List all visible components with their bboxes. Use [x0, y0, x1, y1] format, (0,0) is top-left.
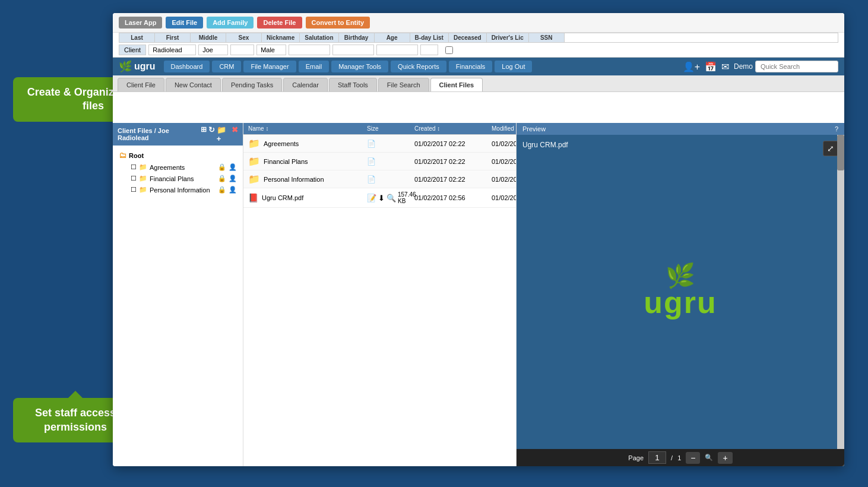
tree-item-personal-info[interactable]: ☐ 📁 Personal Information 🔒 👤: [128, 184, 239, 195]
root-folder-icon: 🗂: [119, 151, 126, 160]
personal-info-doc-icon: 📄: [367, 175, 376, 184]
agreements-folder-icon: 📁: [139, 163, 147, 171]
file-row-financial-plans: 📁 Financial Plans 📄 01/02/2017 02:22 01/…: [243, 153, 516, 170]
file-row-personal-info: 📁 Personal Information 📄 01/02/2017 02:2…: [243, 170, 516, 188]
personal-info-row-folder-icon: 📁: [248, 173, 260, 185]
personal-info-share-icon[interactable]: 👤: [229, 186, 237, 194]
col-middle: Middle: [191, 33, 226, 42]
nav-financials[interactable]: Financials: [449, 61, 493, 72]
tab-calendar[interactable]: Calendar: [283, 78, 328, 91]
col-sex: Sex: [226, 33, 262, 42]
page-number-input[interactable]: [648, 451, 666, 464]
sidebar-icon-refresh[interactable]: ↻: [208, 125, 215, 143]
nav-log-out[interactable]: Log Out: [495, 61, 532, 72]
nav-file-manager[interactable]: File Manager: [243, 61, 296, 72]
agreements-perm-icon[interactable]: 🔒: [218, 163, 226, 171]
financial-plans-checkbox[interactable]: ☐: [131, 175, 137, 182]
preview-question-icon[interactable]: ?: [835, 125, 838, 132]
personal-info-size: 📄: [367, 175, 414, 184]
col-drivers-lic: Driver's Lic: [487, 33, 529, 42]
file-manager-section: Client Files / Joe Radiolead ⊞ ↻ 📁+ ✖ 🗂 …: [113, 123, 844, 466]
zoom-out-button[interactable]: −: [686, 452, 700, 464]
file-row-ugru-pdf: 📕 Ugru CRM.pdf 📝 ⬇ 🔍 157.46 KB 01/02/201…: [243, 188, 516, 208]
personal-info-checkbox[interactable]: ☐: [131, 186, 137, 194]
quick-search-input[interactable]: [755, 61, 838, 72]
file-list-header: Name ↕ Size Created ↕ Modified ↕: [243, 123, 516, 135]
preview-area: Preview ? Ugru CRM.pdf ⤢ 🌿 ugru Page: [517, 123, 844, 466]
pdf-size: 157.46 KB: [398, 191, 416, 204]
personal-info-row-name: Personal Information: [264, 176, 324, 183]
age-input[interactable]: [420, 45, 438, 55]
tree-item-agreements[interactable]: ☐ 📁 Agreements 🔒 👤: [128, 162, 239, 173]
personal-info-perm-icon[interactable]: 🔒: [218, 186, 226, 194]
tab-client-files[interactable]: Client Files: [430, 78, 483, 91]
sidebar-toolbar-icons: ⊞ ↻ 📁+ ✖: [201, 125, 238, 143]
sidebar-icon-delete[interactable]: ✖: [232, 125, 238, 143]
search-icon[interactable]: 🔍: [705, 454, 713, 461]
email-icon[interactable]: ✉: [721, 61, 729, 72]
tree-item-financial-plans[interactable]: ☐ 📁 Financial Plans 🔒 👤: [128, 173, 239, 184]
nav-email[interactable]: Email: [299, 61, 330, 72]
zoom-in-button[interactable]: +: [718, 452, 732, 464]
col-bday-list: B-day List: [410, 33, 449, 42]
preview-scrollbar[interactable]: [837, 135, 844, 449]
tree-item-root[interactable]: 🗂 Root: [116, 149, 239, 162]
tab-staff-tools[interactable]: Staff Tools: [329, 78, 377, 91]
logo-area: 🌿 ugru: [119, 60, 156, 73]
pdf-name-cell: 📕 Ugru CRM.pdf: [248, 193, 367, 203]
agreements-checkbox[interactable]: ☐: [131, 163, 137, 171]
first-name-input[interactable]: [198, 45, 228, 55]
delete-file-button[interactable]: Delete File: [257, 17, 302, 29]
pdf-edit-icon[interactable]: 📝: [367, 194, 376, 203]
tab-new-contact[interactable]: New Contact: [166, 78, 221, 91]
salutation-input[interactable]: [332, 45, 374, 55]
financial-plans-perm-icon[interactable]: 🔒: [218, 175, 226, 182]
nav-dashboard[interactable]: Dashboard: [164, 61, 210, 72]
convert-to-entity-button[interactable]: Convert to Entity: [306, 17, 370, 29]
add-person-icon[interactable]: 👤+: [683, 61, 700, 72]
nav-manager-tools[interactable]: Manager Tools: [331, 61, 388, 72]
top-toolbar: Laser App Edit File Add Family Delete Fi…: [113, 13, 844, 33]
pdf-actions-cell: 📝 ⬇ 🔍 157.46 KB: [367, 191, 414, 204]
sex-input[interactable]: [256, 45, 286, 55]
sidebar-icon-folder-add[interactable]: 📁+: [217, 125, 230, 143]
agreements-doc-icon: 📄: [367, 140, 376, 148]
logo-leaf-icon: 🌿: [119, 60, 132, 73]
pdf-modified: 01/02/2017 02:56: [492, 194, 517, 201]
ugru-logo-preview: 🌿 ugru: [644, 264, 717, 320]
add-family-button[interactable]: Add Family: [207, 17, 254, 29]
col-age: Age: [375, 33, 410, 42]
agreements-share-icon[interactable]: 👤: [229, 163, 237, 171]
bday-list-checkbox[interactable]: [445, 46, 453, 54]
middle-name-input[interactable]: [230, 45, 254, 55]
edit-file-button[interactable]: Edit File: [166, 17, 203, 29]
nickname-input[interactable]: [289, 45, 330, 55]
calendar-icon[interactable]: 📅: [705, 61, 717, 72]
financial-plans-row-folder-icon: 📁: [248, 156, 260, 167]
financial-plans-modified: 01/02/2017 02:22: [492, 158, 517, 165]
preview-expand-button[interactable]: ⤢: [823, 141, 838, 156]
ugru-leaves-icon: 🌿: [666, 264, 695, 287]
financial-plans-share-icon[interactable]: 👤: [229, 175, 237, 182]
agreements-label: Agreements: [150, 164, 185, 171]
tab-file-search[interactable]: File Search: [378, 78, 429, 91]
contact-values-row: Client: [119, 43, 838, 57]
nav-crm[interactable]: CRM: [212, 61, 241, 72]
page-separator: /: [671, 454, 673, 461]
nav-quick-reports[interactable]: Quick Reports: [391, 61, 446, 72]
sidebar-icon-grid[interactable]: ⊞: [201, 125, 207, 143]
col-last: Last: [119, 33, 155, 42]
financial-plans-name-cell: 📁 Financial Plans: [248, 156, 367, 167]
financial-plans-created: 01/02/2017 02:22: [414, 158, 492, 165]
tab-client-file[interactable]: Client File: [118, 78, 164, 91]
birthday-input[interactable]: [376, 45, 418, 55]
pdf-download-icon[interactable]: ⬇: [378, 194, 385, 203]
laser-app-button[interactable]: Laser App: [119, 17, 162, 29]
last-name-input[interactable]: [148, 45, 196, 55]
tab-pending-tasks[interactable]: Pending Tasks: [222, 78, 282, 91]
col-ssn: SSN: [529, 33, 565, 42]
financial-plans-folder-icon: 📁: [139, 175, 147, 182]
financial-plans-label: Financial Plans: [150, 175, 194, 182]
personal-info-created: 01/02/2017 02:22: [414, 176, 492, 183]
pdf-preview-icon[interactable]: 🔍: [387, 194, 396, 203]
